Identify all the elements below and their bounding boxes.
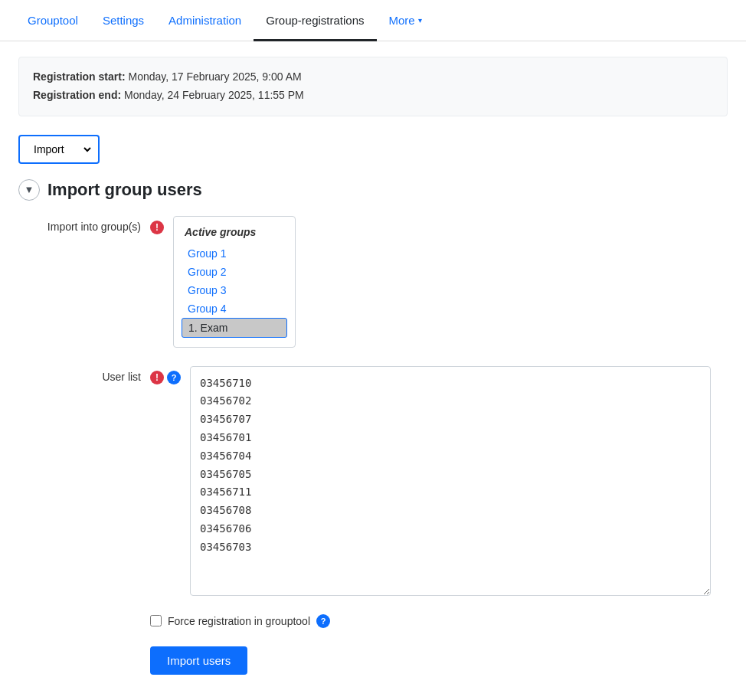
force-registration-label[interactable]: Force registration in grouptool xyxy=(168,615,310,627)
error-icon: ! xyxy=(150,221,164,234)
user-list-label: User list xyxy=(18,366,141,383)
registration-start-label: Registration start: xyxy=(33,70,126,83)
registration-info-box: Registration start: Monday, 17 February … xyxy=(18,57,728,116)
user-list-help-icon[interactable]: ? xyxy=(167,371,181,384)
import-into-icons: ! xyxy=(150,216,164,234)
group-item-2[interactable]: Group 2 xyxy=(182,263,287,281)
groups-title: Active groups xyxy=(182,226,287,238)
nav-item-administration[interactable]: Administration xyxy=(156,0,254,41)
group-item-exam1[interactable]: 1. Exam xyxy=(182,318,287,338)
import-select[interactable]: Import Export xyxy=(25,139,93,159)
collapse-button[interactable]: ▼ xyxy=(18,179,40,201)
nav-item-grouptool[interactable]: Grouptool xyxy=(15,0,90,41)
force-registration-row: Force registration in grouptool ? xyxy=(150,614,728,628)
registration-end-label: Registration end: xyxy=(33,89,121,101)
group-item-1[interactable]: Group 1 xyxy=(182,244,287,263)
group-item-3[interactable]: Group 3 xyxy=(182,281,287,299)
chevron-down-icon: ▾ xyxy=(418,16,422,25)
user-list-textarea[interactable]: 03456710 03456702 03456707 03456701 0345… xyxy=(190,366,711,596)
user-list-icons: ! ? xyxy=(150,366,181,384)
nav-item-settings[interactable]: Settings xyxy=(90,0,156,41)
nav-bar: Grouptool Settings Administration Group-… xyxy=(0,0,746,41)
import-into-label: Import into group(s) xyxy=(18,216,141,233)
import-users-button[interactable]: Import users xyxy=(150,646,247,675)
registration-start-value: Monday, 17 February 2025, 9:00 AM xyxy=(128,70,301,83)
main-content: Registration start: Monday, 17 February … xyxy=(0,41,746,690)
section-header: ▼ Import group users xyxy=(18,179,728,201)
form-row-userlist: User list ! ? 03456710 03456702 03456707… xyxy=(18,366,728,596)
force-registration-checkbox[interactable] xyxy=(150,615,162,626)
import-select-wrapper: Import Export xyxy=(18,135,100,164)
group-item-4[interactable]: Group 4 xyxy=(182,299,287,318)
nav-item-group-registrations[interactable]: Group-registrations xyxy=(254,0,376,41)
user-list-error-icon: ! xyxy=(150,371,164,384)
form-row-groups: Import into group(s) ! Active groups Gro… xyxy=(18,216,728,348)
section-title: Import group users xyxy=(47,180,202,200)
force-registration-help-icon[interactable]: ? xyxy=(316,614,330,628)
registration-end-value: Monday, 24 February 2025, 11:55 PM xyxy=(124,89,304,101)
nav-item-more[interactable]: More ▾ xyxy=(377,0,434,41)
group-list-container: Active groups Group 1 Group 2 Group 3 Gr… xyxy=(173,216,296,348)
